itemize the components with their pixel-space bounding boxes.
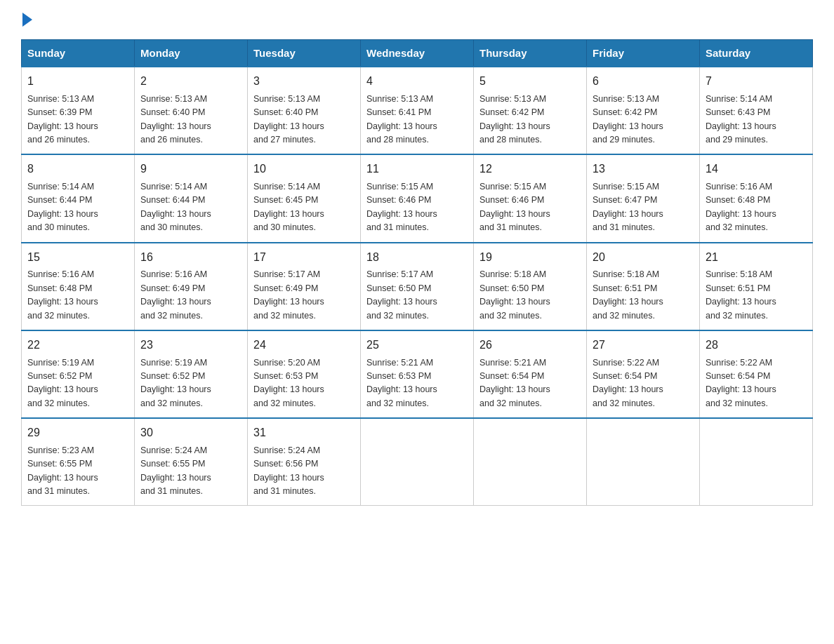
day-number: 12: [479, 161, 581, 178]
day-number: 25: [366, 337, 468, 354]
day-number: 14: [706, 161, 807, 178]
day-info: Sunrise: 5:17 AMSunset: 6:49 PMDaylight:…: [253, 269, 324, 320]
day-info: Sunrise: 5:24 AMSunset: 6:55 PMDaylight:…: [140, 445, 211, 496]
calendar-cell: 16Sunrise: 5:16 AMSunset: 6:49 PMDayligh…: [135, 243, 248, 330]
calendar-cell: 29Sunrise: 5:23 AMSunset: 6:55 PMDayligh…: [22, 418, 135, 506]
calendar-cell: 21Sunrise: 5:18 AMSunset: 6:51 PMDayligh…: [700, 243, 813, 330]
calendar-cell: 20Sunrise: 5:18 AMSunset: 6:51 PMDayligh…: [587, 243, 700, 330]
week-row-3: 15Sunrise: 5:16 AMSunset: 6:48 PMDayligh…: [22, 243, 813, 330]
day-info: Sunrise: 5:16 AMSunset: 6:48 PMDaylight:…: [706, 182, 776, 232]
calendar-cell: 25Sunrise: 5:21 AMSunset: 6:53 PMDayligh…: [361, 330, 474, 418]
day-number: 15: [27, 249, 128, 267]
calendar-cell: 8Sunrise: 5:14 AMSunset: 6:44 PMDaylight…: [22, 154, 135, 242]
day-number: 22: [27, 337, 128, 354]
calendar-table: SundayMondayTuesdayWednesdayThursdayFrid…: [21, 39, 813, 506]
header-saturday: Saturday: [700, 40, 813, 67]
week-row-5: 29Sunrise: 5:23 AMSunset: 6:55 PMDayligh…: [22, 418, 813, 506]
day-number: 2: [140, 73, 241, 90]
header-sunday: Sunday: [22, 40, 135, 67]
day-number: 26: [479, 337, 581, 354]
calendar-cell: 15Sunrise: 5:16 AMSunset: 6:48 PMDayligh…: [22, 243, 135, 330]
header: [21, 14, 813, 27]
day-info: Sunrise: 5:14 AMSunset: 6:44 PMDaylight:…: [140, 182, 211, 232]
day-number: 23: [140, 337, 241, 354]
calendar-cell: 10Sunrise: 5:14 AMSunset: 6:45 PMDayligh…: [248, 154, 361, 242]
calendar-cell: 5Sunrise: 5:13 AMSunset: 6:42 PMDaylight…: [474, 67, 587, 154]
day-number: 10: [253, 161, 355, 178]
calendar-cell: 24Sunrise: 5:20 AMSunset: 6:53 PMDayligh…: [248, 330, 361, 418]
day-info: Sunrise: 5:21 AMSunset: 6:53 PMDaylight:…: [366, 358, 437, 408]
calendar-cell: 28Sunrise: 5:22 AMSunset: 6:54 PMDayligh…: [700, 330, 813, 418]
day-info: Sunrise: 5:19 AMSunset: 6:52 PMDaylight:…: [140, 358, 211, 408]
day-info: Sunrise: 5:15 AMSunset: 6:46 PMDaylight:…: [479, 182, 550, 232]
day-number: 20: [593, 249, 694, 267]
day-number: 31: [253, 424, 355, 442]
day-info: Sunrise: 5:18 AMSunset: 6:51 PMDaylight:…: [593, 269, 663, 320]
calendar-cell: 23Sunrise: 5:19 AMSunset: 6:52 PMDayligh…: [135, 330, 248, 418]
calendar-cell: 30Sunrise: 5:24 AMSunset: 6:55 PMDayligh…: [135, 418, 248, 506]
calendar-cell: 14Sunrise: 5:16 AMSunset: 6:48 PMDayligh…: [700, 154, 813, 242]
week-row-2: 8Sunrise: 5:14 AMSunset: 6:44 PMDaylight…: [22, 154, 813, 242]
day-number: 28: [706, 337, 807, 354]
header-friday: Friday: [587, 40, 700, 67]
day-number: 19: [479, 249, 581, 267]
day-info: Sunrise: 5:14 AMSunset: 6:45 PMDaylight:…: [253, 182, 324, 232]
calendar-cell: 22Sunrise: 5:19 AMSunset: 6:52 PMDayligh…: [22, 330, 135, 418]
day-number: 29: [27, 424, 128, 442]
header-monday: Monday: [135, 40, 248, 67]
week-row-1: 1Sunrise: 5:13 AMSunset: 6:39 PMDaylight…: [22, 67, 813, 154]
day-info: Sunrise: 5:14 AMSunset: 6:43 PMDaylight:…: [706, 94, 776, 145]
calendar-header: SundayMondayTuesdayWednesdayThursdayFrid…: [22, 40, 813, 67]
calendar-cell: [361, 418, 474, 506]
day-number: 6: [593, 73, 694, 90]
logo-area: [21, 14, 32, 27]
day-info: Sunrise: 5:21 AMSunset: 6:54 PMDaylight:…: [479, 358, 550, 408]
calendar-cell: 4Sunrise: 5:13 AMSunset: 6:41 PMDaylight…: [361, 67, 474, 154]
calendar-cell: 19Sunrise: 5:18 AMSunset: 6:50 PMDayligh…: [474, 243, 587, 330]
calendar-cell: 26Sunrise: 5:21 AMSunset: 6:54 PMDayligh…: [474, 330, 587, 418]
day-number: 11: [366, 161, 468, 178]
day-info: Sunrise: 5:19 AMSunset: 6:52 PMDaylight:…: [27, 358, 98, 408]
day-number: 17: [253, 249, 355, 267]
day-number: 30: [140, 424, 241, 442]
day-number: 4: [366, 73, 468, 90]
week-row-4: 22Sunrise: 5:19 AMSunset: 6:52 PMDayligh…: [22, 330, 813, 418]
day-info: Sunrise: 5:18 AMSunset: 6:50 PMDaylight:…: [479, 269, 550, 320]
day-info: Sunrise: 5:15 AMSunset: 6:46 PMDaylight:…: [366, 182, 437, 232]
calendar-cell: [587, 418, 700, 506]
calendar-cell: 3Sunrise: 5:13 AMSunset: 6:40 PMDaylight…: [248, 67, 361, 154]
calendar-cell: 11Sunrise: 5:15 AMSunset: 6:46 PMDayligh…: [361, 154, 474, 242]
day-info: Sunrise: 5:24 AMSunset: 6:56 PMDaylight:…: [253, 445, 324, 496]
day-number: 21: [706, 249, 807, 267]
calendar-cell: 1Sunrise: 5:13 AMSunset: 6:39 PMDaylight…: [22, 67, 135, 154]
day-info: Sunrise: 5:15 AMSunset: 6:47 PMDaylight:…: [593, 182, 663, 232]
day-info: Sunrise: 5:22 AMSunset: 6:54 PMDaylight:…: [593, 358, 663, 408]
day-info: Sunrise: 5:14 AMSunset: 6:44 PMDaylight:…: [27, 182, 98, 232]
day-number: 1: [27, 73, 128, 90]
calendar-cell: 12Sunrise: 5:15 AMSunset: 6:46 PMDayligh…: [474, 154, 587, 242]
day-info: Sunrise: 5:13 AMSunset: 6:39 PMDaylight:…: [27, 94, 98, 145]
day-info: Sunrise: 5:16 AMSunset: 6:49 PMDaylight:…: [140, 269, 211, 320]
day-number: 13: [593, 161, 694, 178]
calendar-cell: [474, 418, 587, 506]
day-number: 18: [366, 249, 468, 267]
calendar-cell: 27Sunrise: 5:22 AMSunset: 6:54 PMDayligh…: [587, 330, 700, 418]
day-info: Sunrise: 5:13 AMSunset: 6:41 PMDaylight:…: [366, 94, 437, 145]
day-info: Sunrise: 5:23 AMSunset: 6:55 PMDaylight:…: [27, 445, 98, 496]
header-thursday: Thursday: [474, 40, 587, 67]
calendar-cell: 6Sunrise: 5:13 AMSunset: 6:42 PMDaylight…: [587, 67, 700, 154]
day-info: Sunrise: 5:13 AMSunset: 6:42 PMDaylight:…: [479, 94, 550, 145]
day-number: 3: [253, 73, 355, 90]
calendar-cell: 9Sunrise: 5:14 AMSunset: 6:44 PMDaylight…: [135, 154, 248, 242]
day-info: Sunrise: 5:18 AMSunset: 6:51 PMDaylight:…: [706, 269, 776, 320]
day-number: 9: [140, 161, 241, 178]
day-info: Sunrise: 5:13 AMSunset: 6:42 PMDaylight:…: [593, 94, 663, 145]
calendar-cell: [700, 418, 813, 506]
day-info: Sunrise: 5:13 AMSunset: 6:40 PMDaylight:…: [140, 94, 211, 145]
day-number: 8: [27, 161, 128, 178]
header-wednesday: Wednesday: [361, 40, 474, 67]
day-number: 24: [253, 337, 355, 354]
day-number: 27: [593, 337, 694, 354]
logo-arrow-icon: [22, 13, 32, 27]
day-number: 7: [706, 73, 807, 90]
